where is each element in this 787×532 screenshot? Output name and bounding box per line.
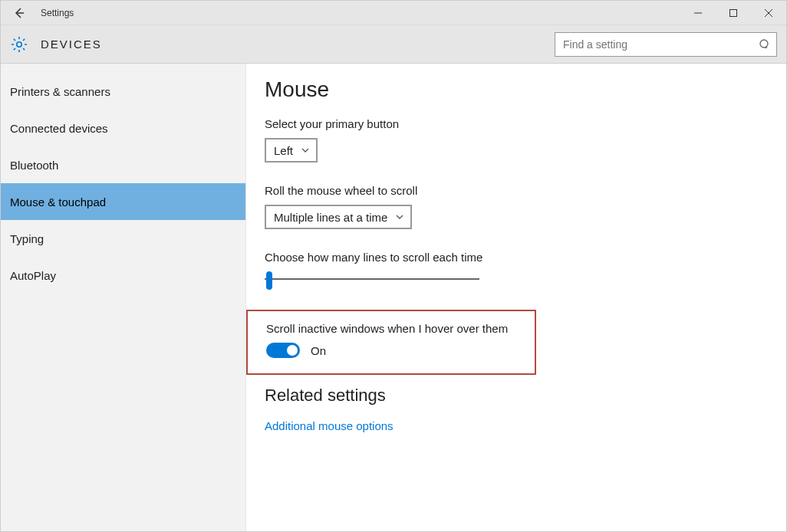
minimize-button[interactable]: [680, 1, 716, 25]
close-icon: [764, 8, 773, 18]
maximize-icon: [729, 8, 738, 18]
lines-scroll-label: Choose how many lines to scroll each tim…: [265, 251, 786, 264]
window-title: Settings: [38, 8, 74, 18]
sidebar-item-bluetooth[interactable]: Bluetooth: [1, 146, 245, 183]
hover-scroll-toggle-row: On: [266, 343, 535, 358]
slider-thumb[interactable]: [266, 271, 272, 290]
svg-point-2: [760, 40, 768, 48]
additional-mouse-options-link[interactable]: Additional mouse options: [265, 419, 786, 432]
sidebar-item-label: AutoPlay: [10, 269, 56, 282]
sidebar-item-typing[interactable]: Typing: [1, 220, 245, 257]
page-title: Mouse: [265, 77, 786, 102]
highlighted-setting: Scroll inactive windows when I hover ove…: [246, 310, 536, 375]
body: Printers & scanners Connected devices Bl…: [1, 64, 786, 532]
back-button[interactable]: [1, 1, 38, 25]
sidebar-item-label: Mouse & touchpad: [10, 195, 106, 209]
related-settings-title: Related settings: [265, 386, 786, 406]
chevron-down-icon: [395, 212, 404, 222]
primary-button-value: Left: [274, 144, 293, 157]
hover-scroll-toggle[interactable]: [266, 343, 300, 358]
scroll-wheel-label: Roll the mouse wheel to scroll: [265, 184, 786, 197]
gear-icon: [10, 35, 28, 54]
scroll-wheel-select[interactable]: Multiple lines at a time: [265, 205, 412, 229]
svg-rect-0: [730, 9, 737, 16]
lines-scroll-slider[interactable]: [265, 271, 479, 287]
sidebar-item-mouse-touchpad[interactable]: Mouse & touchpad: [1, 183, 245, 220]
sidebar-item-connected-devices[interactable]: Connected devices: [1, 110, 245, 146]
maximize-button[interactable]: [716, 1, 751, 25]
titlebar: Settings: [1, 1, 786, 25]
sidebar-item-label: Printers & scanners: [10, 85, 110, 98]
sidebar-item-label: Connected devices: [10, 122, 108, 135]
search-icon: [759, 38, 771, 51]
minimize-icon: [693, 8, 703, 18]
sidebar-item-label: Typing: [10, 232, 44, 245]
hover-scroll-label: Scroll inactive windows when I hover ove…: [266, 322, 535, 335]
header-title: DEVICES: [41, 38, 102, 51]
search-wrap: [555, 32, 777, 57]
close-button[interactable]: [751, 1, 786, 25]
sidebar-item-autoplay[interactable]: AutoPlay: [1, 257, 245, 294]
arrow-left-icon: [13, 7, 25, 19]
sidebar: Printers & scanners Connected devices Bl…: [1, 64, 246, 532]
sidebar-item-label: Bluetooth: [10, 159, 58, 172]
sidebar-item-printers[interactable]: Printers & scanners: [1, 73, 245, 110]
primary-button-select[interactable]: Left: [265, 138, 318, 163]
header: DEVICES: [1, 25, 786, 64]
toggle-knob: [287, 345, 298, 356]
search-input[interactable]: [555, 32, 777, 57]
slider-track: [265, 278, 479, 280]
hover-scroll-state: On: [311, 344, 326, 357]
content: Mouse Select your primary button Left Ro…: [246, 64, 786, 532]
scroll-wheel-value: Multiple lines at a time: [274, 211, 387, 224]
window-controls: [680, 1, 786, 25]
svg-point-1: [17, 41, 21, 46]
chevron-down-icon: [301, 146, 310, 155]
primary-button-label: Select your primary button: [265, 117, 786, 130]
